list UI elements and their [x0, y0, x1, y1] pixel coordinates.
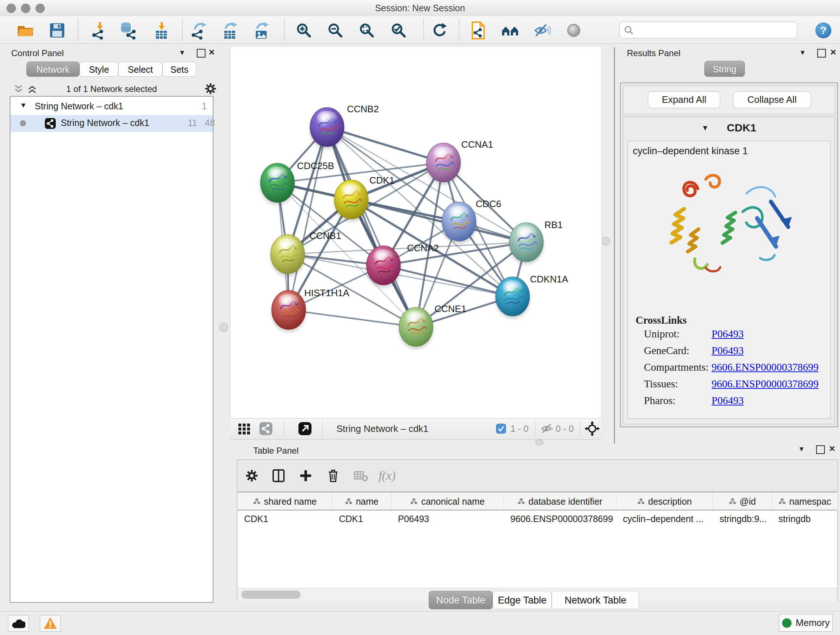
export-network-button[interactable]	[190, 21, 209, 40]
network-node-CCNE1[interactable]	[399, 307, 433, 349]
network-node-CCNB2[interactable]	[309, 108, 344, 149]
gene-collapse-icon[interactable]: ▼	[701, 124, 709, 132]
table-row[interactable]: CDK1CDK1P064939606.ENSP00000378699cyclin…	[238, 510, 837, 527]
network-node-CCNA2[interactable]	[366, 246, 401, 288]
table-float-icon[interactable]	[816, 445, 825, 457]
export-image-button[interactable]	[253, 21, 271, 40]
zoom-fit-button[interactable]	[357, 21, 376, 40]
panel-close-icon[interactable]: ✕	[208, 47, 215, 58]
column-header-namespac[interactable]: namespac	[772, 492, 838, 510]
node-label-CCNA1: CCNA1	[461, 139, 493, 150]
crosslink-value-tissues[interactable]: 9606.ENSP00000378699	[712, 378, 819, 390]
zoom-selected-button[interactable]	[389, 21, 408, 40]
import-table-button[interactable]	[152, 21, 171, 40]
tab-edge-table[interactable]: Edge Table	[493, 591, 552, 609]
hidden-toggle[interactable]	[540, 421, 554, 436]
open-session-button[interactable]	[16, 21, 35, 40]
network-node-CDC6[interactable]	[442, 202, 477, 244]
right-splitter-handle[interactable]	[601, 237, 610, 245]
column-header-canonical-name[interactable]: canonical name	[392, 492, 504, 510]
collection-expand-icon[interactable]: ▼	[20, 101, 27, 109]
table-cell: cyclin–dependent ...	[616, 510, 713, 527]
import-network-file-button[interactable]	[90, 21, 109, 40]
table-cell: stringdb	[772, 510, 838, 527]
gene-section-header[interactable]: ▼ CDK1	[623, 117, 835, 139]
open-in-new-button[interactable]	[298, 421, 312, 436]
table-settings-button[interactable]	[242, 466, 261, 485]
export-table-button[interactable]	[221, 21, 240, 40]
node-label-CDKN1A: CDKN1A	[530, 274, 568, 285]
crosslink-value-compartments[interactable]: 9606.ENSP00000378699	[712, 361, 819, 373]
collapse-all-button[interactable]: Collapse All	[733, 91, 811, 108]
zoom-fit-icon	[359, 22, 375, 38]
network-node-RB1[interactable]	[509, 223, 544, 264]
node-label-CCNE1: CCNE1	[434, 303, 466, 314]
table-cell: CDK1	[238, 510, 332, 527]
fit-selected-button[interactable]	[584, 421, 600, 436]
delete-column-button[interactable]	[324, 466, 343, 485]
search-input[interactable]	[633, 23, 797, 37]
control-panel-title: Control Panel	[11, 48, 64, 58]
expand-all-button[interactable]: Expand All	[648, 91, 720, 108]
hide-graphics-button[interactable]	[533, 21, 552, 40]
show-columns-button[interactable]	[269, 466, 288, 485]
crosslink-value-genecard[interactable]: P06493	[712, 345, 744, 356]
warnings-button[interactable]	[40, 615, 61, 632]
network-graph[interactable]: CCNB2CCNA1CDC25BCDK1CDC6RB1CCNB1CCNA2CDK…	[231, 47, 602, 418]
zoom-in-button[interactable]	[294, 21, 313, 40]
results-float-icon[interactable]	[817, 49, 826, 60]
table-close-icon[interactable]: ✕	[829, 443, 835, 454]
tab-sets[interactable]: Sets	[163, 62, 196, 77]
cloud-status-button[interactable]	[8, 615, 29, 632]
share-view-button[interactable]	[259, 421, 273, 436]
network-node-CDKN1A[interactable]	[495, 277, 530, 319]
add-column-button[interactable]	[296, 466, 315, 485]
table-menu-icon[interactable]: ▾	[799, 443, 804, 454]
crosslink-value-uniprot[interactable]: P06493	[712, 328, 744, 340]
network-row-selected[interactable]: String Network – cdk1 11 48	[11, 115, 213, 132]
column-header-shared-name[interactable]: shared name	[238, 492, 332, 510]
database-icon	[119, 21, 137, 40]
crosslink-value-pharos[interactable]: P06493	[712, 394, 744, 407]
column-header-description[interactable]: description	[616, 492, 713, 510]
results-panel: Results Panel ▾ ✕ String Expand All Coll…	[614, 47, 840, 443]
panel-menu-icon[interactable]: ▾	[180, 47, 184, 58]
column-header-name[interactable]: name	[332, 492, 392, 510]
network-node-CDC25B[interactable]	[260, 163, 295, 205]
tab-node-table[interactable]: Node Table	[429, 591, 493, 609]
tab-network-table[interactable]: Network Table	[552, 591, 639, 609]
node-label-CDC25B: CDC25B	[297, 160, 334, 171]
zoom-out-button[interactable]	[326, 21, 345, 40]
network-node-CDK1[interactable]	[334, 180, 369, 222]
level-of-detail-button[interactable]	[564, 21, 583, 40]
grid-mode-button[interactable]	[238, 421, 251, 436]
column-header-database-identifier[interactable]: database identifier	[504, 492, 616, 510]
checkbox-checked-icon	[496, 424, 506, 434]
network-node-HIST1H1A[interactable]	[271, 290, 306, 333]
tab-select[interactable]: Select	[118, 62, 163, 77]
function-builder-button[interactable]: f(x)	[378, 466, 396, 485]
column-header--id[interactable]: @id	[713, 492, 772, 510]
export-to-web-button[interactable]	[469, 21, 488, 40]
tab-string[interactable]: String	[704, 61, 745, 77]
help-button[interactable]: ?	[814, 21, 833, 40]
import-network-icon	[90, 21, 108, 40]
network-node-CCNB1[interactable]	[270, 234, 305, 277]
save-session-button[interactable]	[48, 21, 66, 40]
network-collection-row[interactable]: ▼ String Network – cdk1 1	[11, 98, 213, 115]
refresh-button[interactable]	[430, 21, 448, 40]
delete-table-button[interactable]	[352, 466, 370, 485]
network-node-CCNA1[interactable]	[426, 143, 461, 185]
network-options-gear-icon[interactable]	[204, 82, 217, 95]
home-button[interactable]	[501, 21, 520, 40]
selected-checkbox[interactable]	[496, 421, 506, 436]
import-network-database-button[interactable]	[119, 21, 138, 40]
tab-style[interactable]: Style	[80, 62, 118, 77]
memory-button[interactable]: Memory	[779, 614, 833, 632]
left-splitter-handle[interactable]	[219, 323, 228, 332]
panel-float-icon[interactable]	[197, 49, 205, 60]
network-canvas[interactable]: CCNB2CCNA1CDC25BCDK1CDC6RB1CCNB1CCNA2CDK…	[230, 47, 602, 418]
tab-network[interactable]: Network	[27, 62, 80, 77]
results-close-icon[interactable]: ✕	[830, 47, 836, 58]
results-menu-icon[interactable]: ▾	[801, 47, 805, 58]
